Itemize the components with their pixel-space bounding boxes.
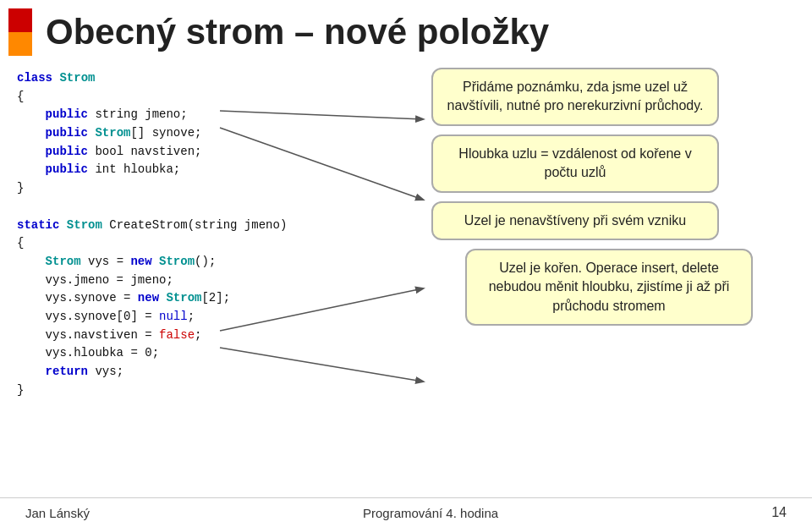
callout-box-3: Uzel je nenavštíveny při svém vzniku bbox=[431, 201, 719, 240]
callout-box-1: Přidáme poznámku, zda jsme uzel už navšt… bbox=[431, 68, 719, 126]
code-line: public Strom[] synove; bbox=[17, 124, 406, 143]
code-line: vys.synove = new Strom[2]; bbox=[17, 289, 406, 308]
red-square-icon bbox=[8, 8, 32, 32]
code-line bbox=[17, 198, 406, 217]
code-line: public int hloubka; bbox=[17, 161, 406, 179]
code-line: vys.jmeno = jmeno; bbox=[17, 272, 406, 290]
code-line: { bbox=[17, 234, 406, 253]
footer: Jan Lánský Programování 4. hodina 14 bbox=[0, 497, 812, 527]
orange-square-icon bbox=[8, 32, 32, 56]
code-line: class Strom bbox=[17, 69, 406, 88]
code-line: } bbox=[17, 382, 406, 400]
code-line: vys.navstiven = false; bbox=[17, 327, 406, 345]
header-icon-block bbox=[8, 8, 32, 56]
callout-list: Přidáme poznámku, zda jsme uzel už navšt… bbox=[414, 64, 804, 326]
callout-area: Přidáme poznámku, zda jsme uzel už navšt… bbox=[414, 64, 804, 504]
code-panel: class Strom { public string jmeno; publi… bbox=[8, 64, 414, 504]
callout-box-4: Uzel je kořen. Operace insert, delete ne… bbox=[465, 249, 753, 326]
code-line: return vys; bbox=[17, 363, 406, 382]
footer-page-number: 14 bbox=[771, 505, 787, 520]
code-line: static Strom CreateStrom(string jmeno) bbox=[17, 217, 406, 235]
code-line: public string jmeno; bbox=[17, 106, 406, 124]
code-line: vys.hloubka = 0; bbox=[17, 344, 406, 363]
main-content: class Strom { public string jmeno; publi… bbox=[0, 64, 812, 504]
code-line: vys.synove[0] = null; bbox=[17, 308, 406, 327]
page-title: Obecný strom – nové položky bbox=[46, 13, 549, 52]
code-line: public bool navstiven; bbox=[17, 143, 406, 162]
footer-author: Jan Lánský bbox=[25, 506, 90, 520]
code-line: } bbox=[17, 179, 406, 198]
callout-box-2: Hloubka uzlu = vzdálenost od kořene v po… bbox=[431, 134, 719, 193]
code-line: Strom vys = new Strom(); bbox=[17, 253, 406, 272]
footer-center: Programování 4. hodina bbox=[363, 506, 498, 520]
code-line: { bbox=[17, 88, 406, 107]
header: Obecný strom – nové položky bbox=[0, 0, 812, 61]
